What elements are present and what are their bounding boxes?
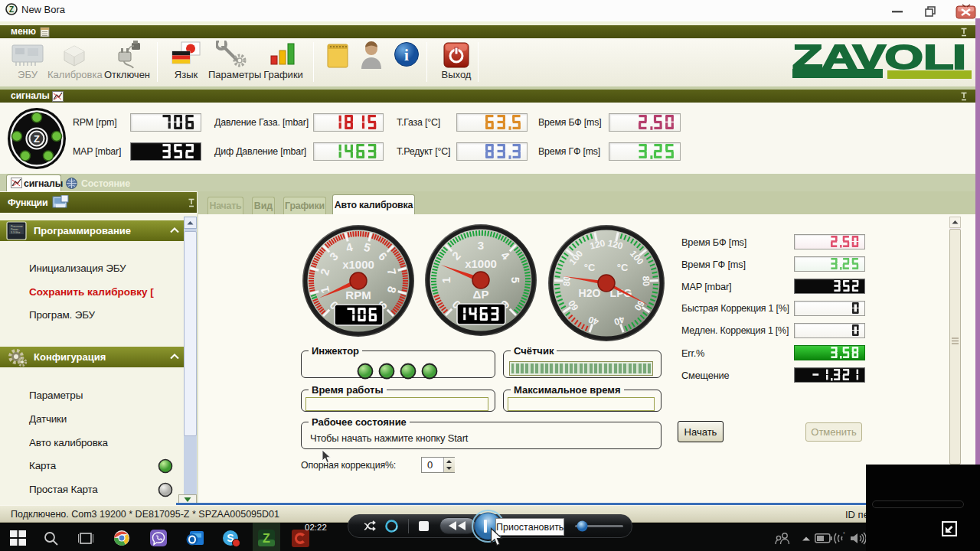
svg-text:Z: Z [34, 133, 40, 145]
svg-text:ΔP: ΔP [473, 288, 489, 301]
svg-text:H2O: H2O [579, 287, 601, 299]
svg-text:1: 1 [439, 277, 452, 283]
svg-text:Z: Z [263, 532, 270, 545]
svg-text:x1000: x1000 [465, 257, 497, 270]
svg-text:x1000: x1000 [342, 258, 374, 271]
svg-text:RPM: RPM [345, 289, 371, 302]
svg-text:°C: °C [617, 262, 629, 273]
svg-text:80: 80 [561, 276, 573, 286]
svg-text:i: i [404, 46, 409, 64]
svg-text:3: 3 [478, 239, 484, 252]
svg-text:*: * [843, 532, 845, 536]
svg-text:3.3 Ghz: 3.3 Ghz [11, 231, 21, 234]
svg-text:80: 80 [640, 276, 652, 286]
svg-text:5: 5 [509, 277, 522, 283]
svg-text:°C: °C [584, 262, 596, 273]
svg-text:Z: Z [9, 5, 14, 14]
